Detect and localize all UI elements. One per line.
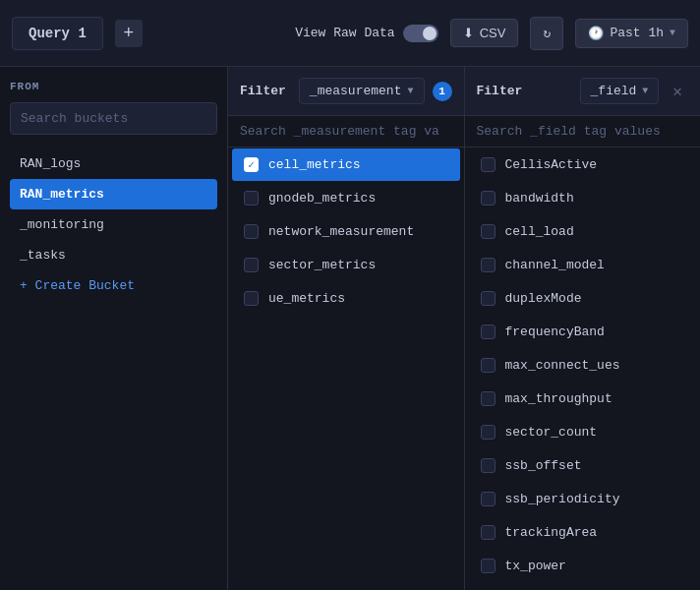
measurement-label-ue: ue_metrics	[268, 291, 345, 306]
field-item-channel-model[interactable]: channel_model	[469, 249, 697, 281]
field-checkbox-frequencyband	[481, 324, 496, 339]
main-content: FROM RAN_logs RAN_metrics _monitoring _t…	[0, 67, 700, 590]
field-label-tx-power: tx_power	[505, 559, 566, 573]
field-dropdown[interactable]: _field ▼	[580, 78, 660, 104]
field-checkbox-duplexmode	[481, 291, 496, 306]
field-close-button[interactable]: ✕	[667, 80, 688, 103]
from-panel: FROM RAN_logs RAN_metrics _monitoring _t…	[0, 67, 228, 590]
field-checkbox-ssb-offset	[481, 458, 496, 473]
field-checkbox-max-connect-ues	[481, 358, 496, 373]
bucket-item-monitoring[interactable]: _monitoring	[10, 209, 217, 240]
field-label-sector-count: sector_count	[505, 425, 598, 440]
measurement-dropdown-label: _measurement	[310, 84, 402, 98]
field-label-duplexmode: duplexMode	[505, 291, 582, 306]
field-filter-panel: Filter _field ▼ ✕ CellisActive bandwidth	[465, 67, 701, 590]
measurement-filter-panel: Filter _measurement ▼ 1 ✓ cell_metrics	[228, 67, 465, 590]
measurement-checkbox-sector	[244, 258, 259, 272]
measurement-label-sector: sector_metrics	[268, 258, 376, 272]
download-icon: ⬇	[463, 26, 474, 40]
create-bucket-button[interactable]: + Create Bucket	[10, 270, 217, 301]
field-chevron-icon: ▼	[642, 86, 648, 96]
bucket-item-tasks[interactable]: _tasks	[10, 240, 217, 270]
field-item-duplexmode[interactable]: duplexMode	[469, 282, 697, 315]
measurement-dropdown[interactable]: _measurement ▼	[299, 78, 425, 104]
field-label-trackingarea: trackingArea	[505, 525, 598, 540]
field-checkbox-bandwidth	[481, 191, 496, 206]
bucket-list: RAN_logs RAN_metrics _monitoring _tasks …	[10, 148, 217, 301]
field-label-ssb-offset: ssb_offset	[505, 458, 582, 473]
measurement-chevron-icon: ▼	[407, 86, 413, 96]
query-tab-label: Query 1	[29, 26, 87, 41]
measurement-filter-list: ✓ cell_metrics gnodeb_metrics network_me…	[228, 148, 464, 590]
field-checkbox-channel-model	[481, 258, 496, 272]
filter-panels: Filter _measurement ▼ 1 ✓ cell_metrics	[228, 67, 700, 590]
check-icon: ✓	[248, 158, 255, 171]
measurement-badge: 1	[433, 82, 452, 101]
measurement-item-ue[interactable]: ue_metrics	[232, 282, 460, 315]
measurement-item-network[interactable]: network_measurement	[232, 215, 460, 248]
measurement-item-cell-metrics[interactable]: ✓ cell_metrics	[232, 148, 460, 181]
search-buckets-input[interactable]	[10, 102, 217, 135]
measurement-filter-label: Filter	[240, 84, 291, 98]
measurement-label-gnodeb: gnodeb_metrics	[268, 191, 376, 206]
refresh-button[interactable]: ↻	[530, 17, 563, 50]
field-item-frequencyband[interactable]: frequencyBand	[469, 316, 697, 348]
field-item-sector-count[interactable]: sector_count	[469, 416, 697, 448]
from-label: FROM	[10, 81, 217, 92]
chevron-down-icon: ▼	[670, 28, 675, 38]
field-item-cellisactive[interactable]: CellisActive	[469, 148, 697, 181]
field-item-trackingarea[interactable]: trackingArea	[469, 516, 697, 549]
field-checkbox-tx-power	[481, 559, 496, 573]
field-checkbox-cell-load	[481, 224, 496, 239]
field-label-frequencyband: frequencyBand	[505, 324, 605, 339]
field-label-cellisactive: CellisActive	[505, 157, 598, 172]
field-item-tx-power[interactable]: tx_power	[469, 550, 697, 582]
field-checkbox-sector-count	[481, 425, 496, 440]
add-tab-button[interactable]: +	[115, 20, 143, 47]
measurement-checkbox-ue	[244, 291, 259, 306]
measurement-search-input[interactable]	[240, 124, 452, 139]
field-label-max-throughput: max_throughput	[505, 391, 612, 406]
measurement-label-network: network_measurement	[268, 224, 414, 239]
field-label-bandwidth: bandwidth	[505, 191, 574, 206]
field-item-cell-load[interactable]: cell_load	[469, 215, 697, 248]
field-label-max-connect-ues: max_connect_ues	[505, 358, 620, 373]
top-bar: Query 1 + View Raw Data ⬇ CSV ↻ 🕐 Past 1…	[0, 0, 700, 67]
refresh-icon: ↻	[543, 26, 551, 41]
measurement-item-sector[interactable]: sector_metrics	[232, 249, 460, 281]
field-search-container	[465, 116, 701, 148]
query-tab[interactable]: Query 1	[12, 17, 103, 50]
field-item-max-connect-ues[interactable]: max_connect_ues	[469, 349, 697, 382]
clock-icon: 🕐	[588, 26, 604, 41]
view-raw-data: View Raw Data	[295, 25, 438, 42]
field-filter-list: CellisActive bandwidth cell_load channel…	[465, 148, 701, 590]
measurement-filter-header: Filter _measurement ▼ 1	[228, 67, 464, 116]
field-checkbox-ssb-periodicity	[481, 492, 496, 506]
field-label-cell-load: cell_load	[505, 224, 574, 239]
field-checkbox-trackingarea	[481, 525, 496, 540]
bucket-item-ran-metrics[interactable]: RAN_metrics	[10, 179, 217, 209]
measurement-search-container	[228, 116, 464, 148]
measurement-label-cell-metrics: cell_metrics	[268, 157, 361, 172]
field-label-channel-model: channel_model	[505, 258, 605, 272]
field-item-max-throughput[interactable]: max_throughput	[469, 383, 697, 415]
field-item-ssb-periodicity[interactable]: ssb_periodicity	[469, 483, 697, 515]
view-raw-label: View Raw Data	[295, 26, 394, 40]
field-checkbox-max-throughput	[481, 391, 496, 406]
csv-label: CSV	[480, 26, 506, 40]
field-dropdown-label: _field	[591, 84, 637, 98]
time-range-selector[interactable]: 🕐 Past 1h ▼	[575, 19, 688, 48]
field-checkbox-cellisactive	[481, 157, 496, 172]
measurement-item-gnodeb[interactable]: gnodeb_metrics	[232, 182, 460, 214]
field-item-ssb-offset[interactable]: ssb_offset	[469, 449, 697, 482]
bucket-item-ran-logs[interactable]: RAN_logs	[10, 148, 217, 179]
field-filter-label: Filter	[477, 84, 572, 98]
view-raw-toggle[interactable]	[403, 25, 438, 42]
measurement-checkbox-network	[244, 224, 259, 239]
field-search-input[interactable]	[477, 124, 689, 139]
field-item-bandwidth[interactable]: bandwidth	[469, 182, 697, 214]
csv-button[interactable]: ⬇ CSV	[450, 19, 519, 47]
measurement-checkbox-gnodeb	[244, 191, 259, 206]
measurement-checkbox-cell-metrics: ✓	[244, 157, 259, 172]
time-range-label: Past 1h	[610, 26, 664, 40]
